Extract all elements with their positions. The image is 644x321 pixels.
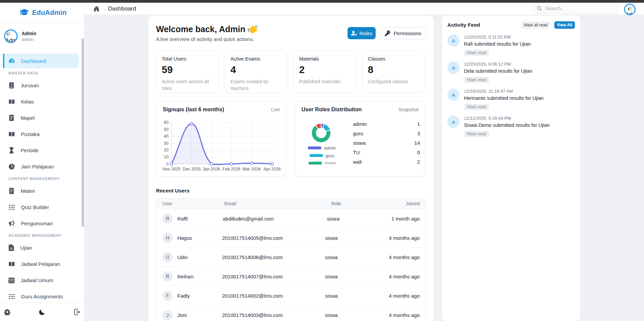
svg-text:3: 3: [417, 131, 420, 136]
svg-text:Nov 2025: Nov 2025: [162, 167, 181, 171]
svg-text:40: 40: [164, 134, 169, 139]
svg-text:admin: admin: [324, 145, 336, 151]
svg-text:Apr 2026: Apr 2026: [264, 167, 281, 171]
svg-text:Mar 2026: Mar 2026: [243, 167, 261, 171]
svg-text:Jan 2026: Jan 2026: [203, 167, 220, 171]
svg-text:TU: TU: [353, 150, 360, 155]
svg-text:0: 0: [417, 150, 420, 155]
svg-text:guru: guru: [326, 153, 334, 158]
svg-text:0: 0: [166, 162, 169, 166]
svg-text:admin: admin: [353, 121, 367, 127]
svg-text:14: 14: [414, 140, 420, 146]
svg-text:20: 20: [164, 148, 169, 153]
svg-text:10: 10: [164, 155, 169, 159]
svg-text:guru: guru: [353, 131, 363, 136]
svg-text:1: 1: [417, 121, 420, 127]
svg-text:Feb 2026: Feb 2026: [223, 167, 241, 171]
svg-text:Dec 2025: Dec 2025: [183, 167, 201, 171]
svg-text:50: 50: [164, 127, 169, 132]
svg-text:2: 2: [417, 159, 420, 165]
svg-text:60: 60: [164, 120, 169, 125]
svg-text:wali: wali: [353, 159, 362, 165]
svg-text:siswa: siswa: [353, 140, 366, 146]
svg-text:30: 30: [164, 141, 169, 146]
